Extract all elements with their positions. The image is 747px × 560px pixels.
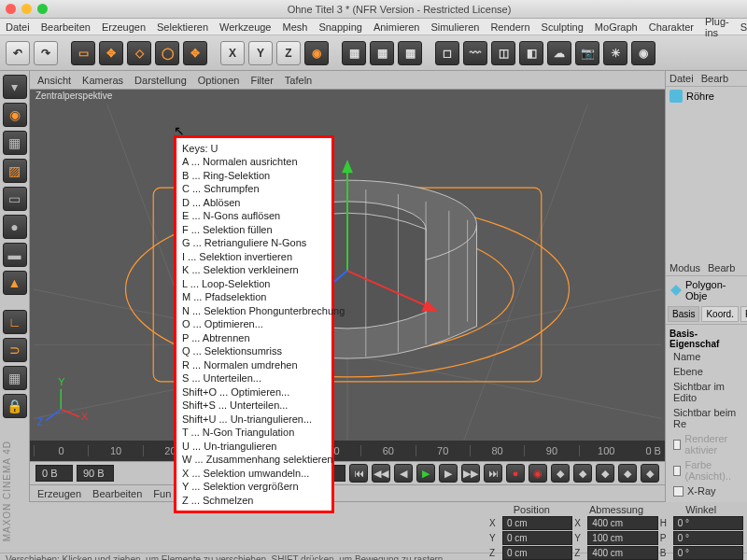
menu-charakter[interactable]: Charakter — [649, 21, 694, 33]
shortcut-item[interactable]: P ... Abtrennen — [178, 331, 330, 345]
generator-button[interactable]: ◫ — [491, 41, 515, 65]
undo-button[interactable]: ↶ — [6, 41, 30, 65]
keyframe-sel-button[interactable]: ◆ — [551, 464, 570, 483]
shortcut-item[interactable]: Shift+S ... Unterteilen... — [178, 399, 330, 413]
zoom-icon[interactable] — [37, 4, 48, 14]
prop-tab-basis[interactable]: Basis — [668, 306, 699, 322]
shortcut-item[interactable]: C ... Schrumpfen — [178, 182, 330, 196]
dim-y-field[interactable]: 100 cm — [587, 531, 657, 545]
select-tool[interactable]: ▭ — [71, 41, 95, 65]
viewport-3d[interactable]: Zentralperspektive — [30, 90, 665, 441]
menu-snapping[interactable]: Snapping — [318, 21, 362, 33]
spline-button[interactable]: 〰 — [463, 41, 487, 65]
attr-tab-modus[interactable]: Modus — [669, 262, 700, 273]
shortcut-item[interactable]: A ... Normalen ausrichten — [178, 155, 330, 169]
tab-bearbeiten[interactable]: Bearbeiten — [92, 488, 142, 499]
workplane-button[interactable]: ▭ — [3, 187, 27, 211]
shortcut-item[interactable]: Shift+U ... Un-triangulieren... — [178, 413, 330, 427]
edge-mode-button[interactable]: ▬ — [3, 243, 27, 267]
shortcut-item[interactable]: R ... Normalen umdrehen — [178, 358, 330, 372]
prop-tab-koord[interactable]: Koord. — [701, 306, 738, 322]
axis-x-button[interactable]: X — [220, 41, 245, 65]
next-frame-button[interactable]: ▶ — [439, 464, 458, 483]
vp-menu-optionen[interactable]: Optionen — [198, 75, 240, 86]
shortcut-item[interactable]: S ... Unterteilen... — [178, 371, 330, 385]
end-frame-field[interactable]: 90 B — [77, 465, 114, 482]
menu-mesh[interactable]: Mesh — [282, 21, 307, 33]
vp-menu-filter[interactable]: Filter — [250, 75, 273, 86]
prop-tab-phong[interactable]: P — [740, 306, 747, 322]
coord-system-button[interactable]: ◉ — [304, 41, 329, 65]
key-pla-button[interactable]: ◆ — [641, 464, 659, 483]
scene-button[interactable]: ◉ — [631, 41, 655, 65]
minimize-icon[interactable] — [21, 4, 32, 14]
texture-mode-button[interactable]: ▨ — [3, 159, 27, 183]
ang-b-field[interactable]: 0 ° — [673, 546, 743, 560]
timeline-ruler[interactable]: 0 10 20 30 40 50 60 70 80 90 100 0 B — [30, 441, 665, 461]
shortcut-item[interactable]: M ... Pfadselektion — [178, 290, 330, 304]
shortcut-item[interactable]: O ... Optimieren... — [178, 317, 330, 331]
start-frame-field[interactable]: 0 B — [35, 465, 73, 482]
pos-x-field[interactable]: 0 cm — [502, 516, 572, 530]
xray-checkbox[interactable] — [673, 486, 684, 497]
shortcut-item[interactable]: L ... Loop-Selektion — [178, 277, 330, 291]
menu-rendern[interactable]: Rendern — [490, 21, 529, 33]
primitive-button[interactable]: ◻ — [435, 41, 459, 65]
shortcut-item[interactable]: F ... Selektion füllen — [178, 223, 330, 237]
shortcut-item[interactable]: K ... Selektion verkleinern — [178, 263, 330, 277]
environment-button[interactable]: ☁ — [547, 41, 571, 65]
magnet-button[interactable]: ⊃ — [3, 338, 27, 362]
model-mode-button[interactable]: ◉ — [3, 103, 27, 127]
next-key-button[interactable]: ▶▶ — [461, 464, 480, 483]
objmgr-tab-datei[interactable]: Datei — [669, 73, 694, 84]
shortcut-item[interactable]: T ... N-Gon Triangulation — [178, 426, 330, 440]
shortcut-item[interactable]: X ... Selektion umwandeln... — [178, 467, 330, 481]
render-view-button[interactable]: ▦ — [342, 41, 366, 65]
object-mode-button[interactable]: ▦ — [3, 131, 27, 155]
menu-werkzeuge[interactable]: Werkzeuge — [219, 21, 271, 33]
attr-tab-bearbeiten[interactable]: Bearb — [708, 262, 735, 273]
close-icon[interactable] — [6, 4, 16, 14]
tab-erzeugen[interactable]: Erzeugen — [37, 488, 81, 499]
render-active-button[interactable]: ▦ — [370, 41, 394, 65]
scale-tool[interactable]: ◇ — [127, 41, 151, 65]
shortcut-item[interactable]: W ... Zusammenhang selektieren — [178, 453, 330, 467]
axis-button[interactable]: ∟ — [3, 310, 27, 334]
shortcut-item[interactable]: D ... Ablösen — [178, 196, 330, 210]
camera-button[interactable]: 📷 — [575, 41, 599, 65]
menu-erzeugen[interactable]: Erzeugen — [102, 21, 146, 33]
ang-p-field[interactable]: 0 ° — [673, 531, 743, 545]
light-button[interactable]: ☀ — [603, 41, 627, 65]
axis-z-button[interactable]: Z — [276, 41, 301, 65]
shortcut-item[interactable]: Q ... Selektionsumriss — [178, 344, 330, 358]
menu-mograph[interactable]: MoGraph — [595, 21, 638, 33]
menu-animieren[interactable]: Animieren — [374, 21, 420, 33]
shortcut-item[interactable]: N ... Selektion Phongunterbrechung — [178, 304, 330, 318]
shortcut-item[interactable]: Y ... Selektion vergrößern — [178, 480, 330, 494]
shortcut-item[interactable]: G ... Retrianguliere N-Gons — [178, 236, 330, 250]
shortcut-item[interactable]: U ... Un-triangulieren — [178, 440, 330, 454]
polygon-mode-button[interactable]: ▲ — [3, 271, 27, 295]
tab-funktion[interactable]: Fun — [153, 488, 171, 499]
dim-z-field[interactable]: 400 cm — [587, 546, 657, 560]
menu-simulieren[interactable]: Simulieren — [430, 21, 479, 33]
move-tool[interactable]: ✥ — [99, 41, 123, 65]
key-pos-button[interactable]: ◆ — [573, 464, 592, 483]
lock-button[interactable]: 🔒 — [3, 394, 27, 418]
goto-end-button[interactable]: ⏭ — [484, 464, 502, 483]
rotate-tool[interactable]: ◯ — [155, 41, 179, 65]
shortcut-item[interactable]: I ... Selektion invertieren — [178, 250, 330, 264]
menu-selektieren[interactable]: Selektieren — [157, 21, 208, 33]
key-rot-button[interactable]: ◆ — [618, 464, 637, 483]
last-tool[interactable]: ✥ — [183, 41, 207, 65]
key-scale-button[interactable]: ◆ — [596, 464, 614, 483]
menu-bearbeiten[interactable]: Bearbeiten — [41, 21, 91, 33]
redo-button[interactable]: ↷ — [34, 41, 58, 65]
renderer-checkbox[interactable] — [673, 440, 681, 450]
shortcut-item[interactable]: B ... Ring-Selektion — [178, 169, 330, 183]
menu-plugins[interactable]: Plug-ins — [705, 16, 729, 38]
pos-z-field[interactable]: 0 cm — [502, 546, 572, 560]
snap-button[interactable]: ▦ — [3, 366, 27, 390]
point-mode-button[interactable]: ● — [3, 215, 27, 239]
menu-skript[interactable]: Skript — [740, 21, 747, 33]
